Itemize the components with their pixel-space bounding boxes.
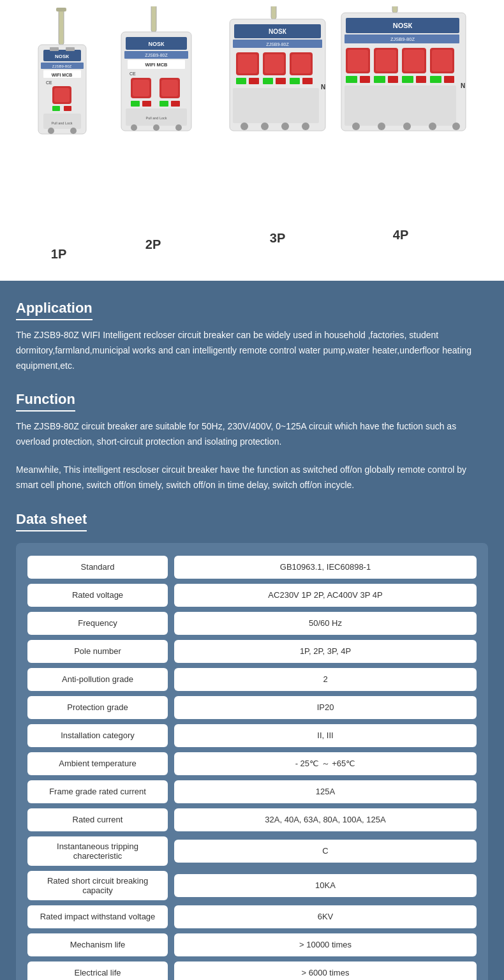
svg-text:2P: 2P (145, 237, 161, 251)
svg-text:ZJSB9-80Z: ZJSB9-80Z (266, 42, 289, 47)
datasheet-key: Electrical life (27, 961, 168, 980)
table-row: Instantaneous tripping charecteristicC (27, 836, 477, 866)
datasheet-key: Standard (27, 556, 168, 579)
datasheet-key: Frequency (27, 612, 168, 635)
svg-rect-66 (233, 88, 319, 123)
svg-rect-84 (404, 50, 424, 71)
datasheet-value: 2 (174, 668, 477, 691)
datasheet-value: 10KA (174, 874, 477, 897)
application-text: The ZJSB9-80Z WIFI Intelligent recloser … (16, 328, 488, 373)
datasheet-value: 1P, 2P, 3P, 4P (174, 640, 477, 663)
svg-point-101 (452, 122, 460, 130)
datasheet-value: GB10963.1, IEC60898-1 (174, 556, 477, 579)
svg-rect-86 (432, 50, 452, 71)
svg-text:NOSК: NOSК (393, 22, 413, 29)
table-row: Mechanism life> 10000 times (27, 933, 477, 956)
datasheet-value: IP20 (174, 696, 477, 719)
svg-point-70 (302, 122, 309, 130)
svg-rect-82 (376, 50, 396, 71)
datasheet-key: Mechanism life (27, 933, 168, 956)
datasheet-value: > 6000 times (174, 961, 477, 980)
svg-point-97 (352, 122, 360, 130)
datasheet-value: > 10000 times (174, 933, 477, 956)
svg-text:3P: 3P (270, 231, 285, 245)
svg-rect-54 (238, 54, 257, 73)
svg-text:NOSК: NOSК (149, 41, 165, 47)
svg-text:CE: CE (130, 71, 136, 76)
svg-rect-16 (66, 47, 75, 51)
datasheet-value: AC230V 1P 2P, AC400V 3P 4P (174, 584, 477, 607)
datasheet-key: Instantaneous tripping charecteristic (27, 836, 168, 866)
datasheet-key: Rated short circuit breaking capacity (27, 871, 168, 900)
product-image-section: NOSК ZJSB9-80Z WIFI MCB CE Pull and Lock (0, 0, 504, 281)
svg-rect-33 (133, 80, 149, 96)
table-row: StandardGB10963.1, IEC60898-1 (27, 556, 477, 579)
svg-rect-56 (265, 54, 284, 73)
svg-text:N: N (461, 82, 465, 89)
function-title: Function (16, 391, 75, 412)
datasheet-section: Data sheet StandardGB10963.1, IEC60898-1… (16, 511, 488, 980)
datasheet-key: Frame grade rated current (27, 780, 168, 803)
svg-text:ZJSB9-80Z: ZJSB9-80Z (52, 64, 72, 68)
svg-rect-35 (161, 80, 178, 96)
svg-text:WIFI MCB: WIFI MCB (52, 73, 73, 77)
svg-text:N: N (321, 84, 325, 91)
svg-text:Pull and Lock: Pull and Lock (51, 121, 72, 125)
svg-rect-63 (290, 78, 300, 84)
datasheet-container: StandardGB10963.1, IEC60898-1Rated volta… (16, 543, 488, 980)
table-row: Installation categoryII, III (27, 724, 477, 747)
datasheet-key: Ambient temperature (27, 752, 168, 775)
svg-text:CE: CE (46, 80, 52, 85)
application-title: Application (16, 300, 93, 320)
svg-rect-14 (64, 106, 71, 111)
function-text1: The ZJSB9-80Z circuit breaker are suitab… (16, 419, 488, 450)
datasheet-value: 125A (174, 780, 477, 803)
table-row: Rated voltageAC230V 1P 2P, AC400V 3P 4P (27, 584, 477, 607)
datasheet-value: II, III (174, 724, 477, 747)
datasheet-key: Installation category (27, 724, 168, 747)
svg-rect-36 (131, 101, 140, 107)
svg-rect-60 (249, 78, 259, 84)
svg-rect-61 (263, 78, 273, 84)
datasheet-key: Pole number (27, 640, 168, 663)
svg-text:ZJSB9-80Z: ZJSB9-80Z (145, 53, 168, 57)
datasheet-key: Anti-pollution grade (27, 668, 168, 691)
table-row: Frequency50/60 Hz (27, 612, 477, 635)
content-section: Application The ZJSB9-80Z WIFI Intellige… (0, 281, 504, 980)
svg-rect-87 (346, 76, 357, 83)
datasheet-value: - 25℃ ～ +65℃ (174, 752, 477, 775)
svg-point-68 (261, 122, 269, 130)
application-section: Application The ZJSB9-80Z WIFI Intellige… (16, 300, 488, 373)
svg-point-100 (429, 122, 436, 130)
svg-point-20 (70, 128, 77, 134)
function-text2: Meanwhile, This intelligent rescloser ci… (16, 463, 488, 493)
product-image: NOSК ZJSB9-80Z WIFI MCB CE Pull and Lock (13, 6, 491, 262)
datasheet-value: C (174, 840, 477, 863)
svg-rect-0 (59, 10, 64, 45)
svg-rect-94 (444, 76, 454, 83)
svg-rect-39 (171, 101, 180, 107)
svg-rect-22 (151, 6, 156, 32)
svg-rect-93 (430, 76, 441, 83)
svg-rect-90 (388, 76, 398, 83)
svg-text:WIFI MCB: WIFI MCB (145, 62, 168, 68)
svg-text:Pull and Lock: Pull and Lock (145, 116, 167, 120)
datasheet-key: Protection grade (27, 696, 168, 719)
svg-point-44 (175, 124, 182, 131)
function-section: Function The ZJSB9-80Z circuit breaker a… (16, 391, 488, 493)
svg-rect-89 (374, 76, 385, 83)
table-row: Pole number1P, 2P, 3P, 4P (27, 640, 477, 663)
svg-text:NOSК: NOSК (55, 54, 69, 59)
datasheet-value: 32A, 40A, 63A, 80A, 100A, 125A (174, 808, 477, 831)
svg-rect-88 (360, 76, 370, 83)
svg-rect-96 (345, 85, 456, 126)
table-row: Rated impact withstand voltage6KV (27, 905, 477, 928)
svg-rect-15 (50, 47, 59, 51)
svg-rect-37 (142, 101, 151, 107)
svg-rect-62 (276, 78, 286, 84)
table-row: Rated current32A, 40A, 63A, 80A, 100A, 1… (27, 808, 477, 831)
svg-point-67 (241, 122, 248, 130)
svg-point-42 (131, 124, 137, 131)
svg-rect-91 (402, 76, 413, 83)
svg-text:4P: 4P (393, 228, 408, 242)
